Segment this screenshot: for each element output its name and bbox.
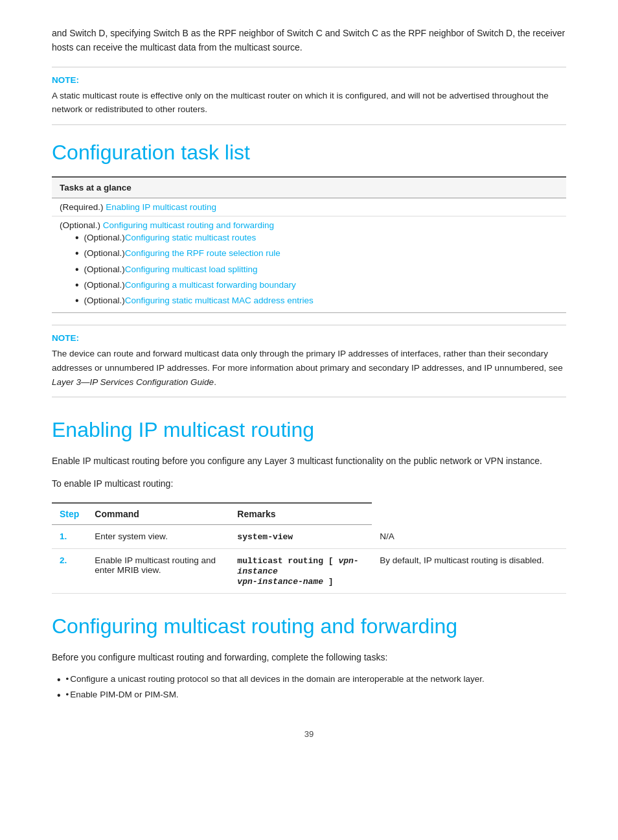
note2-italic-text: Layer 3—IP Services Configuration Guide [52, 377, 214, 387]
table-row: (Optional.) Configuring multicast routin… [52, 216, 566, 312]
required-prefix: (Required.) [60, 202, 106, 212]
bullet-text-2: Enable PIM-DM or PIM-SM. [70, 688, 178, 703]
optional-main-cell: (Optional.) Configuring multicast routin… [52, 216, 566, 312]
step-remarks-1: N/A [372, 525, 566, 549]
step-number-1: 1. [52, 525, 87, 549]
command-col-header: Command [87, 503, 229, 525]
optional-main-prefix: (Optional.) [60, 220, 103, 230]
configuring-bullet-list: • Configure a unicast routing protocol s… [52, 672, 566, 703]
table-row: 2. Enable IP multicast routing and enter… [52, 549, 566, 594]
step-table: Step Command Remarks 1. Enter system vie… [52, 502, 566, 594]
optional-item-link-4[interactable]: Configuring a multicast forwarding bound… [125, 277, 296, 293]
enabling-para2: To enable IP multicast routing: [52, 476, 566, 491]
step-command-1: system-view [229, 525, 372, 549]
step-desc-1: Enter system view. [87, 525, 229, 549]
step-desc-2: Enable IP multicast routing and enter MR… [87, 549, 229, 594]
list-item: (Optional.) Configuring the RPF route se… [75, 246, 558, 261]
step-number-2: 2. [52, 549, 87, 594]
table-row: 1. Enter system view. system-view N/A [52, 525, 566, 549]
list-item: (Optional.) Configuring a multicast forw… [75, 277, 558, 293]
configuring-section: Configuring multicast routing and forwar… [52, 614, 566, 703]
optional-item-prefix-3: (Optional.) [84, 262, 125, 277]
bullet-dot-2: • [66, 688, 69, 703]
enabling-section: Enabling IP multicast routing Enable IP … [52, 418, 566, 594]
bullet-text-1: Configure a unicast routing protocol so … [70, 672, 484, 687]
list-item: • Enable PIM-DM or PIM-SM. [52, 688, 566, 703]
note-text-2: The device can route and forward multica… [52, 347, 566, 389]
optional-item-prefix-2: (Optional.) [84, 246, 125, 261]
step-col-header: Step [52, 503, 87, 525]
optional-main-link[interactable]: Configuring multicast routing and forwar… [103, 220, 274, 230]
note-box-1: NOTE: A static multicast route is effect… [52, 67, 566, 125]
note-text-1: A static multicast route is effective on… [52, 89, 566, 117]
page-number: 39 [52, 729, 566, 739]
optional-item-prefix-4: (Optional.) [84, 277, 125, 293]
remarks-col-header: Remarks [229, 503, 372, 525]
configuring-para1: Before you configure multicast routing a… [52, 650, 566, 664]
note-box-2: NOTE: The device can route and forward m… [52, 325, 566, 397]
tasks-table-header: Tasks at a glance [52, 177, 566, 198]
tasks-table: Tasks at a glance (Required.) Enabling I… [52, 176, 566, 313]
optional-sub-list: (Optional.) Configuring static multicast… [60, 230, 558, 309]
optional-item-prefix-5: (Optional.) [84, 293, 125, 309]
intro-paragraph: and Switch D, specifying Switch B as the… [52, 26, 566, 55]
optional-item-link-5[interactable]: Configuring static multicast MAC address… [125, 293, 314, 309]
required-task-cell: (Required.) Enabling IP multicast routin… [52, 198, 566, 216]
enabling-para1: Enable IP multicast routing before you c… [52, 454, 566, 468]
optional-item-link-1[interactable]: Configuring static multicast routes [125, 230, 257, 246]
note-label-2: NOTE: [52, 333, 566, 343]
configuring-title: Configuring multicast routing and forwar… [52, 614, 566, 638]
config-task-list-title: Configuration task list [52, 141, 566, 165]
enabling-title: Enabling IP multicast routing [52, 418, 566, 442]
optional-item-prefix-1: (Optional.) [84, 230, 125, 246]
optional-item-link-3[interactable]: Configuring multicast load splitting [125, 262, 258, 277]
table-row: (Required.) Enabling IP multicast routin… [52, 198, 566, 216]
list-item: (Optional.) Configuring multicast load s… [75, 262, 558, 277]
list-item: • Configure a unicast routing protocol s… [52, 672, 566, 688]
optional-item-link-2[interactable]: Configuring the RPF route selection rule [125, 246, 280, 261]
note-label-1: NOTE: [52, 75, 566, 85]
required-task-link[interactable]: Enabling IP multicast routing [106, 202, 216, 212]
step-command-2: multicast routing [ vpn-instancevpn-inst… [229, 549, 372, 594]
note2-text-part2: . [214, 377, 216, 387]
bullet-dot-1: • [66, 672, 69, 687]
note2-text-part1: The device can route and forward multica… [52, 349, 563, 373]
list-item: (Optional.) Configuring static multicast… [75, 230, 558, 246]
step-remarks-2: By default, IP multicast routing is disa… [372, 549, 566, 594]
list-item: (Optional.) Configuring static multicast… [75, 293, 558, 309]
